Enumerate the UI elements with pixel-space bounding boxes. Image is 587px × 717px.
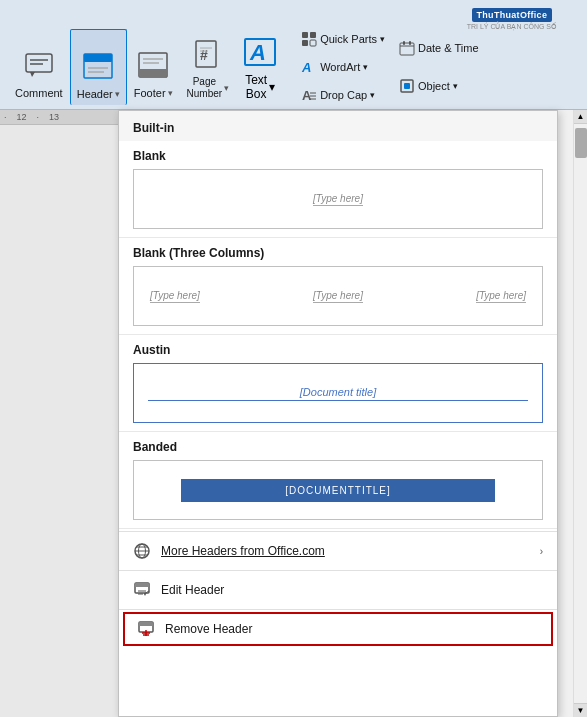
footer-icon [135, 47, 171, 83]
blank-three-cols-preview: [Type here] [Type here] [Type here] [133, 266, 543, 326]
footer-label: Footer [134, 87, 166, 100]
svg-text:A: A [301, 60, 311, 75]
comment-button[interactable]: Comment [8, 29, 70, 105]
ribbon: Comment Header ▾ Footer [0, 0, 587, 110]
svg-rect-30 [409, 41, 411, 45]
globe-icon [133, 542, 151, 560]
edit-header-icon [133, 581, 151, 599]
svg-rect-19 [310, 32, 316, 38]
object-button[interactable]: Object ▾ [394, 76, 484, 96]
banded-bar: [DOCUMENTTITLE] [181, 479, 495, 502]
text-box-label: Text Box [245, 73, 267, 101]
quick-parts-arrow: ▾ [380, 34, 385, 44]
text-box-button[interactable]: A Text Box ▾ [236, 29, 284, 105]
left-panel: · 12 · 13 [0, 110, 118, 717]
svg-rect-5 [84, 54, 112, 62]
svg-rect-21 [310, 40, 316, 46]
banded-preview: [DOCUMENTTITLE] [133, 460, 543, 520]
object-icon [399, 78, 415, 94]
page-number-label: Page Number [187, 76, 223, 100]
remove-header-item[interactable]: Remove Header [123, 612, 553, 646]
drop-cap-arrow: ▾ [370, 90, 375, 100]
svg-rect-27 [400, 43, 414, 55]
header-icon [80, 48, 116, 84]
col1-placeholder: [Type here] [150, 290, 200, 303]
austin-placeholder: [Document title] [148, 386, 528, 401]
scroll-down-button[interactable]: ▼ [574, 703, 588, 717]
text-box-dropdown-arrow: ▾ [269, 80, 275, 94]
austin-option-title: Austin [133, 343, 543, 357]
svg-rect-39 [135, 583, 149, 587]
builtin-section-title: Built-in [119, 111, 557, 141]
blank-header-option[interactable]: Blank [Type here] [119, 141, 557, 238]
text-box-icon: A [242, 34, 278, 73]
divider-2 [119, 570, 557, 571]
svg-rect-9 [139, 69, 167, 77]
comment-label: Comment [15, 87, 63, 100]
blank-three-cols-option[interactable]: Blank (Three Columns) [Type here] [Type … [119, 238, 557, 335]
quick-parts-button[interactable]: Quick Parts ▾ [296, 29, 390, 49]
page-number-icon: # [190, 36, 226, 72]
object-arrow: ▾ [453, 81, 458, 91]
austin-preview: [Document title] [133, 363, 543, 423]
more-headers-label: More Headers from Office.com [161, 544, 325, 558]
scroll-thumb[interactable] [575, 128, 587, 158]
ribbon-right-tools: Quick Parts ▾ A WordArt ▾ A [296, 29, 390, 105]
col2-placeholder: [Type here] [313, 290, 363, 303]
more-headers-item[interactable]: More Headers from Office.com › [119, 534, 557, 568]
banded-option-title: Banded [133, 440, 543, 454]
page-number-dropdown-arrow: ▾ [224, 83, 229, 93]
footer-dropdown-arrow: ▾ [168, 88, 173, 98]
logo-text: ThuThuatOffice [472, 8, 553, 22]
divider-1 [119, 531, 557, 532]
blank-placeholder: [Type here] [313, 193, 363, 206]
drop-cap-icon: A [301, 87, 317, 103]
header-dropdown-panel: Built-in Blank [Type here] Blank (Three … [118, 110, 558, 717]
wordart-button[interactable]: A WordArt ▾ [296, 57, 373, 77]
austin-header-option[interactable]: Austin [Document title] [119, 335, 557, 432]
header-button[interactable]: Header ▾ [70, 29, 127, 105]
svg-rect-32 [404, 83, 410, 89]
three-col-layout: [Type here] [Type here] [Type here] [142, 282, 534, 311]
comment-icon [21, 47, 57, 83]
footer-button[interactable]: Footer ▾ [127, 29, 180, 105]
svg-rect-29 [403, 41, 405, 45]
banded-placeholder: [DOCUMENTTITLE] [285, 485, 391, 496]
ruler: · 12 · 13 [0, 110, 118, 125]
right-row-2: A WordArt ▾ [296, 57, 390, 77]
blank-option-title: Blank [133, 149, 543, 163]
svg-rect-20 [302, 40, 308, 46]
svg-marker-3 [30, 72, 35, 77]
divider-3 [119, 609, 557, 610]
object-label: Object [418, 80, 450, 92]
svg-rect-0 [26, 54, 52, 72]
wordart-arrow: ▾ [363, 62, 368, 72]
remove-header-label: Remove Header [165, 622, 252, 636]
wordart-label: WordArt [320, 61, 360, 73]
svg-rect-18 [302, 32, 308, 38]
edit-header-item[interactable]: Edit Header [119, 573, 557, 607]
banded-header-option[interactable]: Banded [DOCUMENTTITLE] [119, 432, 557, 529]
remove-header-icon [137, 620, 155, 638]
edit-header-label: Edit Header [161, 583, 224, 597]
quick-parts-icon [301, 31, 317, 47]
svg-text:A: A [249, 40, 266, 65]
svg-text:#: # [200, 47, 208, 63]
quick-parts-label: Quick Parts [320, 33, 377, 45]
drop-cap-button[interactable]: A Drop Cap ▾ [296, 85, 380, 105]
header-dropdown-arrow: ▾ [115, 89, 120, 99]
page-number-button[interactable]: # Page Number ▾ [180, 29, 237, 105]
right-row-3: A Drop Cap ▾ [296, 85, 390, 105]
more-headers-arrow: › [540, 546, 543, 557]
blank-three-cols-title: Blank (Three Columns) [133, 246, 543, 260]
right-row-1: Quick Parts ▾ [296, 29, 390, 49]
date-time-icon [399, 40, 415, 56]
scroll-up-button[interactable]: ▲ [574, 110, 588, 124]
logo: ThuThuatOffice TRI LÝ CỦA BẠN CÔNG SỐ [467, 8, 557, 31]
blank-preview: [Type here] [133, 169, 543, 229]
scrollbar[interactable]: ▲ ▼ [573, 110, 587, 717]
date-time-button[interactable]: Date & Time [394, 38, 484, 58]
col3-placeholder: [Type here] [476, 290, 526, 303]
header-label: Header [77, 88, 113, 101]
svg-rect-45 [139, 622, 153, 626]
